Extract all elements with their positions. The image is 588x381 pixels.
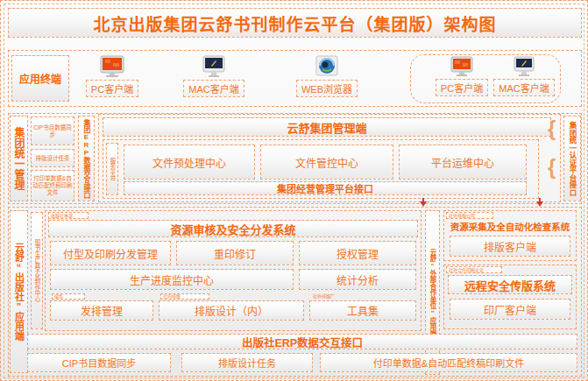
group-auth-interface-text: 集团统一认证平台接口 — [567, 122, 577, 196]
erp-box-typeset-task-text: 排版设计任务 — [218, 356, 276, 370]
center-file-control-text: 文件管控中心 — [295, 155, 358, 170]
group-erp-interface-strip: 集团ERP数据交互接口 — [78, 116, 95, 201]
brace-top: { — [548, 118, 556, 139]
terminal-mac-2-text: MAC客户端 — [499, 83, 549, 94]
box-progress-monitor-text: 生产进度监控中心 — [130, 272, 214, 287]
terminal-pc-1: PC客户端 — [81, 55, 143, 97]
group-erp-box-cip-text: CIP书目数据同步 — [32, 124, 74, 138]
transfer-system-tab-text: 社外合作印刷企业 — [449, 267, 484, 273]
architecture-diagram: 北京出版集团云舒书刊制作云平台（集团版）架构图 应用终端 PC客户端 MAC客户… — [0, 0, 588, 381]
group-erp-box-typeset: 排版设计任务 — [31, 149, 74, 167]
terminal-mac-1-text: MAC客户端 — [188, 84, 238, 95]
group-management-side-label: 集团统一管理 — [10, 116, 28, 201]
production-center-strip-text: 图书生产数字化制作中心 — [32, 239, 41, 302]
box-progress-monitor: 生产进度监控中心 — [50, 269, 294, 290]
group-management-header: 云舒集团管理端 — [103, 117, 551, 137]
center-platform-ops: 平台运维中心 — [399, 145, 527, 180]
group-auth-interface-strip: 集团统一认证平台接口 — [563, 116, 581, 201]
box-fapai: 发排管理 — [50, 300, 153, 321]
group-erp-box-printorder-text: 付印单数据&自动匹配终稿印刷文件 — [32, 175, 74, 196]
service-platform-strip-text: 服务平台 — [108, 158, 117, 180]
group-erp-box-cip: CIP书目数据同步 — [31, 116, 74, 145]
transfer-system-header-text: 远程安全传版系统 — [464, 277, 556, 293]
transfer-system-header: 远程安全传版系统 — [448, 275, 572, 294]
center-file-preprocess-text: 文件预处理中心 — [152, 155, 226, 170]
publisher-erp-bar-text: 出版社ERP数据交互接口 — [242, 334, 363, 350]
tools-tab: 社外排版厂 — [313, 293, 365, 300]
red-arrow-left — [420, 198, 427, 207]
erp-box-printorder-match-text: 付印单数据&自动匹配终稿印刷文件 — [373, 356, 524, 370]
box-statistics: 统计分析 — [299, 269, 416, 290]
fapai-tab: 编务 — [52, 293, 85, 300]
box-toolset-text: 工具集 — [347, 303, 379, 318]
center-file-preprocess: 文件预处理中心 — [124, 145, 255, 180]
group-management-side-label-text: 集团统一管理 — [11, 127, 26, 190]
collect-system-tab-text: 社外排版公司 — [449, 213, 475, 219]
collect-system-header-text: 资源采集及全自动化检查系统 — [450, 222, 570, 232]
review-system-tab: 出版社本部 — [48, 212, 89, 219]
box-statistics-text: 统计分析 — [337, 272, 379, 287]
erp-box-printorder-match: 付印单数据&自动匹配终稿印刷文件 — [320, 353, 577, 372]
terminal-side-label-text: 应用终端 — [19, 71, 61, 86]
box-fapai-text: 发排管理 — [81, 303, 123, 318]
fapai-tab-text: 编务 — [54, 293, 63, 300]
red-arrow-right — [536, 198, 543, 207]
group-erp-interface-text: 集团ERP数据交互接口 — [81, 119, 91, 199]
page-title: 北京出版集团云舒书刊制作云平台（集团版）架构图 — [8, 8, 582, 38]
box-paiban-design-text: 排版设计（内） — [195, 303, 268, 318]
publisher-side-label-text: 云舒“出版社”应用端 — [12, 243, 26, 341]
terminal-pc-2: PC客户端 — [432, 56, 492, 96]
erp-box-cip-sync-text: CIP书目数据同步 — [62, 356, 136, 370]
service-platform-strip: 服务平台 — [106, 143, 118, 195]
production-center-strip: 图书生产数字化制作中心 — [31, 212, 43, 329]
tools-tab-text: 社外排版厂 — [313, 293, 335, 299]
pc-monitor-icon — [450, 56, 474, 79]
partner-side-label-text: 云舒“外部合作单位”应用端 — [428, 249, 437, 337]
mac-monitor-icon — [512, 56, 536, 79]
publisher-erp-bar: 出版社ERP数据交互接口 — [27, 334, 577, 349]
terminal-mac-1-label: MAC客户端 — [183, 80, 244, 97]
group-erp-box-printorder: 付印单数据&自动匹配终稿印刷文件 — [31, 170, 74, 201]
brace-bottom: { — [548, 157, 556, 178]
review-system-tab-text: 出版社本部 — [51, 213, 73, 219]
terminal-pc-2-label: PC客户端 — [436, 79, 488, 96]
terminal-pc-1-text: PC客户端 — [91, 84, 133, 95]
center-file-control: 文件管控中心 — [260, 145, 393, 180]
box-authorize: 授权管理 — [299, 241, 416, 265]
terminal-web: WEB浏览器 — [294, 55, 360, 97]
group-erp-box-typeset-text: 排版设计任务 — [36, 155, 70, 162]
box-printer-client-text: 印厂客户端 — [484, 302, 536, 317]
box-printer-client: 印厂客户端 — [450, 299, 570, 320]
pc-monitor-icon — [99, 55, 125, 80]
collect-system-tab: 社外排版公司 — [446, 212, 493, 219]
paiban-tab-text: 社内排版 — [163, 293, 181, 300]
partner-side-label: 云舒“外部合作单位”应用端 — [425, 210, 440, 375]
box-paiban-design: 排版设计（内） — [159, 300, 304, 321]
paiban-tab: 社内排版 — [160, 293, 209, 300]
box-authorize-text: 授权管理 — [337, 246, 379, 261]
box-print-dispatch: 付型及印刷分发管理 — [50, 241, 171, 265]
terminal-mac-1: MAC客户端 — [181, 55, 247, 97]
terminal-pc-2-text: PC客户端 — [441, 83, 483, 94]
publisher-side-label: 云舒“出版社”应用端 — [10, 210, 28, 373]
terminal-side-label: 应用终端 — [11, 55, 69, 102]
erp-box-cip-sync: CIP书目数据同步 — [27, 353, 171, 372]
erp-box-typeset-task: 排版设计任务 — [181, 353, 313, 372]
terminal-mac-2-label: MAC客户端 — [493, 79, 554, 96]
terminal-mac-2: MAC客户端 — [492, 56, 556, 96]
box-toolset: 工具集 — [309, 300, 416, 321]
center-platform-ops-text: 平台运维中心 — [431, 155, 494, 170]
transfer-system-tab: 社外合作印刷企业 — [446, 266, 502, 273]
group-business-interface-text: 集团经营管理平台接口 — [277, 181, 373, 195]
box-print-dispatch-text: 付型及印刷分发管理 — [63, 246, 158, 261]
terminal-web-text: WEB浏览器 — [301, 84, 352, 95]
box-typeset-client-text: 排版客户端 — [484, 239, 536, 254]
page-title-text: 北京出版集团云舒书刊制作云平台（集团版）架构图 — [93, 11, 496, 35]
web-browser-icon — [314, 55, 340, 80]
collect-system-header: 资源采集及全自动化检查系统 — [446, 220, 574, 234]
terminal-web-label: WEB浏览器 — [296, 80, 358, 97]
review-system-header: 资源审核及安全分发系统 — [48, 220, 418, 237]
box-reprint-text: 重印修订 — [214, 246, 256, 261]
review-system-header-text: 资源审核及安全分发系统 — [170, 221, 295, 237]
box-reprint: 重印修订 — [176, 241, 294, 265]
